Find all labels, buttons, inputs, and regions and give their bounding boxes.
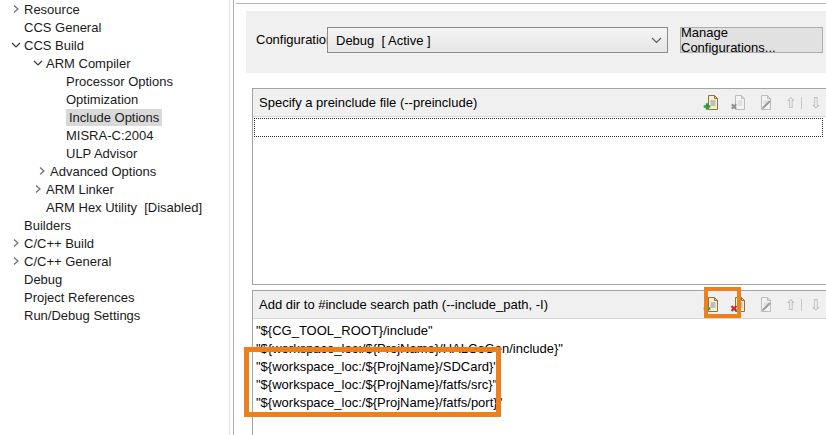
settings-tree: Resource CCS General CCS Build ARM Compi… — [0, 0, 229, 435]
tree-item-label: Optimization — [66, 92, 138, 107]
tree-item-label: Resource — [24, 2, 80, 17]
tree-item-misra-c-2004[interactable]: MISRA-C:2004 — [0, 126, 229, 144]
tree-item-arm-hex-utility[interactable]: ARM Hex Utility [Disabled] — [0, 198, 229, 216]
move-up-button: ⇧ — [783, 95, 799, 111]
tree-item-arm-linker[interactable]: ARM Linker — [0, 180, 229, 198]
tree-item-ccs-general[interactable]: CCS General — [0, 18, 229, 36]
tree-item-label: ARM Compiler — [46, 56, 131, 71]
tree-panel-divider — [229, 0, 230, 435]
tree-item-arm-compiler[interactable]: ARM Compiler — [0, 54, 229, 72]
chevron-collapsed-icon[interactable] — [8, 253, 24, 269]
top-separator — [236, 3, 826, 4]
include-path-item[interactable]: "${workspace_loc:/${ProjName}/fatfs/port… — [253, 393, 826, 411]
move-down-button: ⇩ — [808, 297, 824, 313]
toolbar-separator — [801, 97, 802, 109]
configuration-label: Configuration: — [256, 32, 337, 47]
tree-item-label: ARM Linker — [46, 182, 114, 197]
preinclude-empty-row[interactable] — [254, 118, 823, 137]
tree-item-include-options[interactable]: Include Options — [0, 108, 229, 126]
edit-file-button — [758, 95, 774, 111]
tree-item-label: C/C++ General — [24, 254, 111, 269]
tree-item-label: CCS General — [24, 20, 101, 35]
preinclude-section: Specify a preinclude file (--preinclude)… — [252, 88, 826, 285]
include-path-list: "${CG_TOOL_ROOT}/include" "${workspace_l… — [253, 319, 826, 411]
chevron-expanded-icon[interactable] — [30, 55, 46, 71]
tree-item-label: ARM Hex Utility [Disabled] — [46, 200, 202, 215]
preinclude-header: Specify a preinclude file (--preinclude)… — [253, 89, 826, 117]
tree-item-label: ULP Advisor — [66, 146, 137, 161]
tree-item-label-selected: Include Options — [66, 109, 162, 126]
include-path-item[interactable]: "${CG_TOOL_ROOT}/include" — [253, 321, 826, 339]
move-down-button: ⇩ — [808, 95, 824, 111]
include-path-section: Add dir to #include search path (--inclu… — [252, 290, 826, 435]
tree-item-label: Project References — [24, 290, 135, 305]
include-path-item[interactable]: "${workspace_loc:/${ProjName}/HALCoGen/i… — [253, 339, 826, 357]
chevron-expanded-icon[interactable] — [8, 37, 24, 53]
tree-item-label: C/C++ Build — [24, 236, 94, 251]
move-up-button: ⇧ — [783, 297, 799, 313]
include-path-item[interactable]: "${workspace_loc:/${ProjName}/SDCard}" — [253, 357, 826, 375]
preinclude-title: Specify a preinclude file (--preinclude) — [253, 95, 477, 110]
preinclude-toolbar: ⇧ ⇩ — [703, 89, 826, 116]
tree-item-project-references[interactable]: Project References — [0, 288, 229, 306]
tree-item-label: CCS Build — [24, 38, 84, 53]
tree-item-ulp-advisor[interactable]: ULP Advisor — [0, 144, 229, 162]
include-path-header: Add dir to #include search path (--inclu… — [253, 291, 826, 319]
add-dir-button[interactable] — [703, 297, 719, 313]
tree-item-cpp-general[interactable]: C/C++ General — [0, 252, 229, 270]
configuration-value: Debug [ Active ] — [328, 33, 645, 48]
tree-item-cpp-build[interactable]: C/C++ Build — [0, 234, 229, 252]
tree-item-processor-options[interactable]: Processor Options — [0, 72, 229, 90]
chevron-collapsed-icon[interactable] — [8, 235, 24, 251]
include-path-toolbar: ⇧ ⇩ — [703, 291, 826, 318]
tree-item-label: MISRA-C:2004 — [66, 128, 153, 143]
tree-item-label: Builders — [24, 218, 71, 233]
tree-item-ccs-build[interactable]: CCS Build — [0, 36, 229, 54]
tree-item-advanced-options[interactable]: Advanced Options — [0, 162, 229, 180]
chevron-collapsed-icon[interactable] — [8, 1, 24, 17]
chevron-collapsed-icon[interactable] — [34, 163, 50, 179]
tree-item-run-debug-settings[interactable]: Run/Debug Settings — [0, 306, 229, 324]
tree-item-label: Processor Options — [66, 74, 173, 89]
delete-dir-button[interactable] — [730, 297, 746, 313]
include-path-title: Add dir to #include search path (--inclu… — [253, 297, 548, 312]
tree-item-optimization[interactable]: Optimization — [0, 90, 229, 108]
edit-dir-button — [758, 297, 774, 313]
configuration-select[interactable]: Debug [ Active ] — [327, 27, 668, 53]
chevron-collapsed-icon[interactable] — [30, 181, 46, 197]
tree-item-builders[interactable]: Builders — [0, 216, 229, 234]
tree-item-debug[interactable]: Debug — [0, 270, 229, 288]
manage-configurations-button[interactable]: Manage Configurations... — [680, 27, 823, 53]
chevron-down-icon — [645, 37, 667, 44]
tree-item-label: Advanced Options — [50, 164, 156, 179]
properties-dialog: Resource CCS General CCS Build ARM Compi… — [0, 0, 826, 435]
delete-file-button — [730, 95, 746, 111]
tree-item-label: Debug — [24, 272, 62, 287]
tree-item-label: Run/Debug Settings — [24, 308, 140, 323]
tree-item-resource[interactable]: Resource — [0, 0, 229, 18]
include-path-item[interactable]: "${workspace_loc:/${ProjName}/fatfs/src}… — [253, 375, 826, 393]
panel-sash[interactable] — [233, 0, 234, 435]
add-file-button[interactable] — [703, 95, 719, 111]
configuration-bar: Configuration: Debug [ Active ] Manage C… — [246, 11, 826, 73]
toolbar-separator — [801, 299, 802, 311]
